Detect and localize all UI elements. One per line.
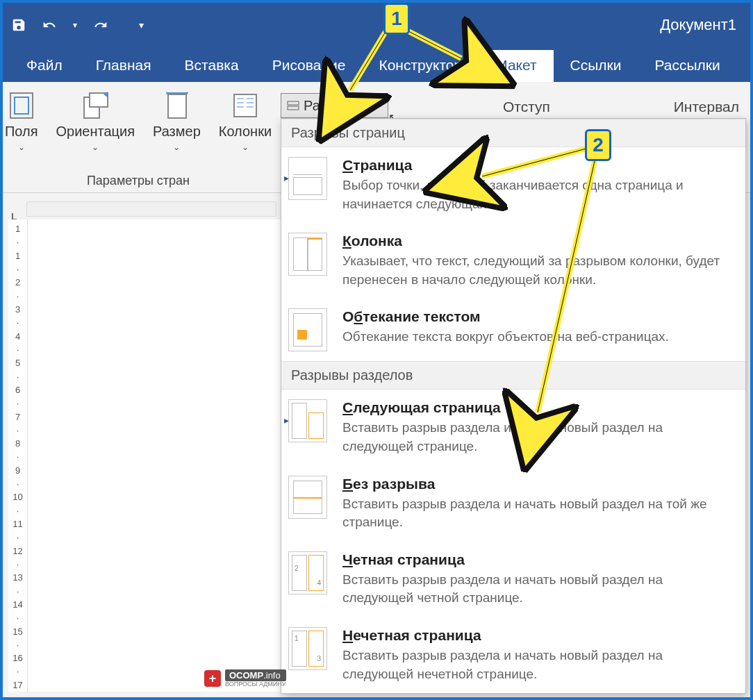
chevron-down-icon: ⌄ (18, 142, 25, 152)
section-evenpage-title: Четная страница (342, 551, 733, 568)
section-oddpage-item[interactable]: 1 3 Нечетная страница Вставить разрыв ра… (281, 617, 745, 693)
section-nextpage-icon (288, 399, 327, 442)
qat-more-icon[interactable]: ▾ (71, 16, 79, 34)
chevron-down-icon: ⌄ (173, 142, 180, 152)
margins-label: Поля (5, 124, 38, 140)
dropdown-section-pages: Разрывы страниц (281, 119, 745, 147)
redo-icon[interactable] (92, 16, 110, 34)
section-continuous-title: Без разрыва (342, 476, 733, 492)
break-page-title: Страница (342, 157, 733, 174)
section-evenpage-desc: Вставить разрыв раздела и начать новый р… (342, 571, 733, 608)
columns-icon (230, 90, 260, 121)
callout-badge-2: 2 (585, 129, 611, 161)
svg-rect-1 (15, 97, 28, 114)
columns-label: Колонки (219, 124, 272, 140)
ruler-horizontal[interactable] (26, 201, 276, 217)
margins-button[interactable]: Поля ⌄ (0, 88, 43, 155)
spacing-group-label: Интервал (674, 99, 739, 115)
quick-access-toolbar: ▾ ▾ (10, 16, 147, 34)
orientation-icon (80, 90, 110, 121)
break-textwrap-icon (288, 308, 327, 351)
tab-references[interactable]: Ссылки (554, 50, 638, 82)
section-evenpage-icon: 2 4 (288, 551, 327, 594)
watermark-sub: ВОПРОСЫ АДМИНУ (225, 681, 286, 688)
section-oddpage-icon: 1 3 (288, 627, 327, 670)
section-oddpage-title: Нечетная страница (342, 627, 733, 644)
indent-group-label: Отступ (503, 99, 550, 115)
callout-badge-1: 1 (383, 3, 410, 35)
watermark: + OCOMP.info ВОПРОСЫ АДМИНУ (204, 669, 286, 688)
dropdown-section-sections: Разрывы разделов (281, 361, 745, 390)
tab-draw[interactable]: Рисование (256, 50, 363, 82)
page-setup-group: Поля ⌄ Ориентация ⌄ Размер ⌄ Колонки ⌄ (3, 82, 274, 192)
chevron-down-icon: ⌄ (242, 142, 249, 152)
tab-file[interactable]: Файл (10, 50, 79, 82)
page-setup-group-label: Параметры стран (3, 174, 274, 188)
section-nextpage-desc: Вставить разрыв раздела и начать новый р… (342, 419, 733, 456)
chevron-down-icon: ⌄ (365, 101, 372, 110)
size-label: Размер (153, 124, 201, 140)
break-textwrap-title: Обтекание текстом (342, 308, 733, 325)
breaks-label: Разрывы (304, 98, 361, 114)
break-textwrap-item[interactable]: Обтекание текстом Обтекание текста вокру… (281, 299, 745, 361)
tab-design[interactable]: Конструктор (362, 50, 479, 82)
svg-rect-4 (168, 94, 186, 118)
watermark-plus-icon: + (204, 670, 221, 687)
document-title: Документ1 (660, 16, 736, 34)
chevron-down-icon: ⌄ (92, 142, 99, 152)
break-column-icon (288, 233, 327, 276)
break-page-item[interactable]: ▸ Страница Выбор точки, в которой заканч… (281, 147, 745, 223)
svg-rect-15 (288, 101, 299, 105)
break-page-desc: Выбор точки, в которой заканчивается одн… (342, 176, 733, 213)
break-column-title: Колонка (342, 233, 733, 249)
columns-button[interactable]: Колонки ⌄ (213, 88, 277, 155)
customize-qat-icon[interactable]: ▾ (135, 16, 147, 34)
break-textwrap-desc: Обтекание текста вокруг объектов на веб-… (342, 328, 733, 347)
orientation-label: Ориентация (56, 124, 135, 140)
size-icon (161, 90, 192, 121)
svg-rect-16 (288, 106, 299, 110)
size-button[interactable]: Размер ⌄ (147, 88, 206, 155)
section-nextpage-item[interactable]: ▸ Следующая страница Вставить разрыв раз… (281, 390, 745, 465)
break-page-icon (288, 157, 327, 200)
tab-review[interactable]: Рецен (737, 50, 753, 82)
section-evenpage-item[interactable]: 2 4 Четная страница Вставить разрыв разд… (281, 542, 745, 617)
ruler-vertical[interactable]: 1·1·2·3·4·5·6·7·8·9·10·11·12·13·14·15·16… (8, 219, 28, 692)
svg-rect-8 (234, 94, 256, 117)
tab-layout[interactable]: Макет (479, 50, 553, 82)
titlebar: ▾ ▾ Документ1 (3, 3, 750, 47)
section-continuous-item[interactable]: Без разрыва Вставить разрыв раздела и на… (281, 466, 745, 542)
section-oddpage-desc: Вставить разрыв раздела и начать новый р… (342, 647, 733, 683)
tab-insert[interactable]: Вставка (168, 50, 256, 82)
save-icon[interactable] (10, 16, 28, 34)
section-nextpage-title: Следующая страница (342, 399, 733, 416)
orientation-button[interactable]: Ориентация ⌄ (50, 88, 140, 155)
break-column-desc: Указывает, что текст, следующий за разры… (342, 252, 733, 289)
margins-icon (6, 90, 37, 121)
breaks-dropdown: Разрывы страниц ▸ Страница Выбор точки, … (281, 118, 746, 694)
breaks-button[interactable]: Разрывы ⌄ ↖ (281, 93, 388, 118)
section-continuous-desc: Вставить разрыв раздела и начать новый р… (342, 495, 733, 532)
break-column-item[interactable]: Колонка Указывает, что текст, следующий … (281, 223, 745, 299)
ribbon-tabs: Файл Главная Вставка Рисование Конструкт… (3, 47, 750, 82)
section-continuous-icon (288, 476, 327, 519)
undo-icon[interactable] (40, 16, 58, 34)
breaks-icon (287, 101, 299, 110)
tab-mailings[interactable]: Рассылки (638, 50, 737, 82)
tab-home[interactable]: Главная (79, 50, 168, 82)
watermark-main: OCOMP.info (225, 669, 286, 681)
